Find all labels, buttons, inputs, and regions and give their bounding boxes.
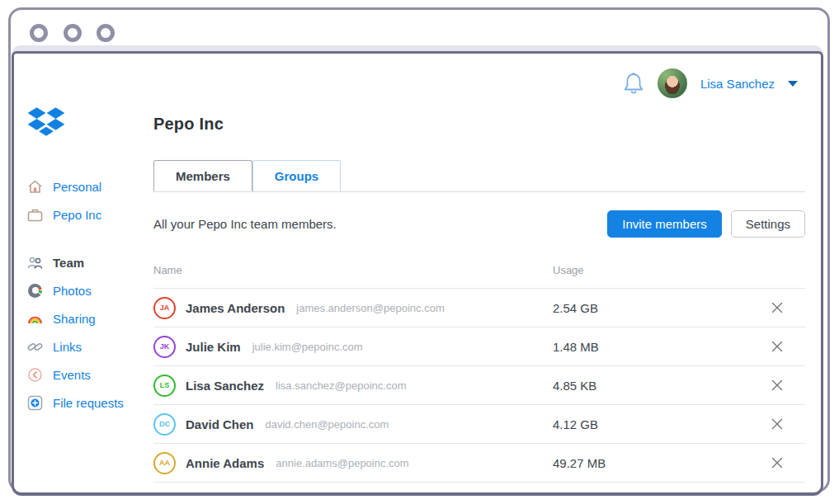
- member-name-cell: JA James Anderson james.anderson@pepoinc…: [153, 297, 553, 319]
- screenshot-stage: Lisa Sanchez: [0, 0, 839, 504]
- sidebar-item-events[interactable]: Events: [27, 360, 151, 389]
- panel-header: All your Pepo Inc team members. Invite m…: [153, 210, 805, 238]
- sidebar: Personal Pepo Inc: [27, 172, 151, 417]
- dropbox-logo-icon[interactable]: [27, 106, 65, 141]
- member-email: annie.adams@pepoinc.com: [276, 457, 408, 469]
- member-initials-avatar: JK: [153, 336, 176, 358]
- rainbow-icon: [27, 311, 43, 327]
- member-email: james.anderson@pepoinc.com: [296, 302, 444, 314]
- member-usage: 4.12 GB: [553, 417, 598, 431]
- member-usage: 4.85 KB: [553, 379, 596, 393]
- table-header: Name Usage: [153, 264, 805, 289]
- app-page: Lisa Sanchez: [12, 51, 823, 496]
- sidebar-item-photos[interactable]: Photos: [27, 276, 151, 304]
- member-name: James Anderson: [186, 301, 285, 315]
- member-usage: 1.48 MB: [553, 340, 599, 354]
- sidebar-label: Personal: [53, 180, 101, 194]
- notifications-bell-icon[interactable]: [623, 72, 644, 95]
- panel-description: All your Pepo Inc team members.: [153, 217, 337, 231]
- member-name-cell: AA Annie Adams annie.adams@pepoinc.com: [153, 452, 553, 474]
- window-control-dot-3[interactable]: [97, 24, 115, 42]
- member-name: Annie Adams: [186, 456, 264, 470]
- remove-member-button[interactable]: [771, 301, 784, 314]
- remove-member-button[interactable]: [771, 417, 784, 431]
- link-icon: [27, 339, 43, 355]
- settings-button[interactable]: Settings: [731, 210, 805, 238]
- member-name-cell: LS Lisa Sanchez lisa.sanchez@pepoinc.com: [153, 374, 553, 397]
- sidebar-item-pepo-inc[interactable]: Pepo Inc: [27, 200, 151, 228]
- team-icon: [27, 255, 43, 271]
- table-row: JA James Anderson james.anderson@pepoinc…: [153, 289, 805, 327]
- sidebar-item-team[interactable]: Team: [27, 248, 151, 276]
- table-row: JK Julie Kim julie.kim@pepoinc.com 1.48 …: [153, 327, 805, 366]
- user-avatar[interactable]: [658, 68, 687, 98]
- sidebar-item-file-requests[interactable]: File requests: [27, 389, 151, 417]
- table-row: LS Lisa Sanchez lisa.sanchez@pepoinc.com…: [153, 366, 805, 405]
- remove-member-button[interactable]: [771, 379, 784, 392]
- member-initials-avatar: JA: [153, 297, 176, 319]
- member-usage: 2.54 GB: [553, 301, 598, 315]
- sidebar-label: Links: [53, 340, 82, 354]
- sidebar-item-links[interactable]: Links: [27, 332, 151, 360]
- remove-member-button[interactable]: [771, 340, 784, 353]
- sidebar-label: Team: [53, 256, 84, 270]
- table-row: AA Annie Adams annie.adams@pepoinc.com 4…: [153, 444, 805, 483]
- tab-members[interactable]: Members: [153, 160, 252, 191]
- column-header-usage: Usage: [553, 264, 584, 276]
- members-table: Name Usage JA James Anderson james.ander…: [153, 264, 805, 483]
- sidebar-label: Sharing: [53, 312, 96, 326]
- photos-icon: [27, 283, 43, 299]
- member-name: David Chen: [186, 417, 254, 431]
- member-initials-avatar: LS: [153, 374, 176, 397]
- window-control-dot-2[interactable]: [64, 24, 82, 42]
- member-email: lisa.sanchez@pepoinc.com: [276, 379, 406, 392]
- tab-bar: Members Groups: [153, 160, 805, 192]
- events-icon: [27, 367, 43, 383]
- member-name: Julie Kim: [186, 340, 241, 354]
- member-initials-avatar: DC: [153, 413, 176, 436]
- tab-groups[interactable]: Groups: [252, 160, 341, 191]
- topbar: Lisa Sanchez: [623, 68, 798, 98]
- member-name-cell: JK Julie Kim julie.kim@pepoinc.com: [153, 336, 553, 358]
- sidebar-item-sharing[interactable]: Sharing: [27, 304, 151, 332]
- sidebar-item-personal[interactable]: Personal: [27, 172, 151, 200]
- user-name[interactable]: Lisa Sanchez: [700, 77, 775, 91]
- member-email: julie.kim@pepoinc.com: [252, 341, 363, 353]
- column-header-name: Name: [153, 264, 553, 276]
- sidebar-label: File requests: [53, 396, 124, 410]
- table-row: DC David Chen david.chen@pepoinc.com 4.1…: [153, 405, 805, 444]
- member-usage: 49.27 MB: [553, 456, 606, 470]
- briefcase-icon: [27, 207, 43, 223]
- main-content: Pepo Inc Members Groups All your Pepo In…: [153, 106, 805, 483]
- page-title: Pepo Inc: [153, 115, 805, 134]
- table-body: JA James Anderson james.anderson@pepoinc…: [153, 289, 805, 483]
- chevron-down-icon[interactable]: [788, 81, 798, 87]
- member-name: Lisa Sanchez: [186, 379, 264, 393]
- sidebar-label: Events: [53, 368, 91, 382]
- sidebar-label: Pepo Inc: [53, 208, 101, 222]
- file-request-icon: [27, 395, 43, 411]
- sidebar-label: Photos: [53, 284, 92, 298]
- member-initials-avatar: AA: [153, 452, 176, 474]
- home-icon: [27, 179, 43, 195]
- window-control-dot-1[interactable]: [30, 24, 48, 42]
- member-email: david.chen@pepoinc.com: [266, 418, 389, 431]
- remove-member-button[interactable]: [771, 456, 784, 469]
- member-name-cell: DC David Chen david.chen@pepoinc.com: [153, 413, 553, 436]
- invite-members-button[interactable]: Invite members: [607, 210, 722, 238]
